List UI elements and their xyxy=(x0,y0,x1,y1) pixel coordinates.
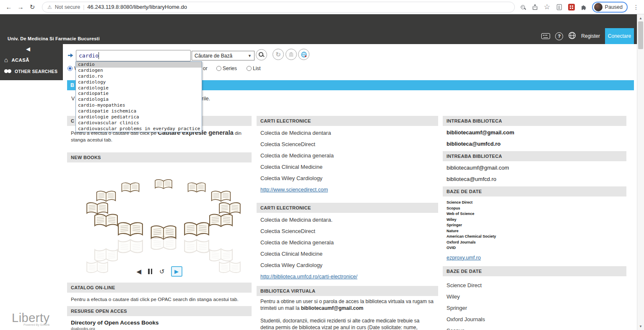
database-name: Oxford Journals xyxy=(447,240,626,246)
address-bar[interactable]: ⚠ Not secure | 46.243.119.8:8080/liberty… xyxy=(42,2,515,13)
browser-menu-icon[interactable]: ⋮ xyxy=(632,3,640,11)
bookmark-star-icon[interactable]: ☆ xyxy=(543,3,551,11)
security-label[interactable]: Not secure xyxy=(55,4,80,10)
carti-list-2: Colectia de Medicina dentara. Colectia S… xyxy=(257,213,438,272)
radio-list[interactable] xyxy=(247,66,252,71)
radio-author-label-fragment[interactable]: or xyxy=(203,65,208,71)
suggestion-item[interactable]: cardiogen xyxy=(76,68,202,73)
carousel-prev-button[interactable]: ◀ xyxy=(136,268,141,275)
sidebar: ◀ ⌂ ACASĂ OTHER SEARCHES xyxy=(0,44,63,80)
profile-chip[interactable]: Paused xyxy=(592,2,628,13)
list-item[interactable]: Colectia de Medicina dentara. xyxy=(257,214,438,225)
radio-words[interactable] xyxy=(68,66,73,71)
sidebar-item-label: OTHER SEARCHES xyxy=(15,69,57,74)
sciencedirect-link[interactable]: http://www.sciencedirect.com xyxy=(257,185,438,195)
globe-icon[interactable] xyxy=(568,31,576,41)
suggestion-item[interactable]: cardiovascular problems in everyday prac… xyxy=(76,126,202,132)
database-item[interactable]: Wiley xyxy=(443,291,626,302)
middle-column: CARTI ELECTRONICE Colectia de Medicina d… xyxy=(257,116,438,330)
sidebar-item-other-searches[interactable]: OTHER SEARCHES xyxy=(4,69,57,74)
open-access-link[interactable]: Directory of Open Access Books xyxy=(71,319,248,326)
search-suggestions: cardio cardiogen cardio.ro cardiology ca… xyxy=(75,61,202,132)
sidebar-collapse-icon[interactable]: ◀ xyxy=(26,46,30,52)
suggestion-item[interactable]: cardiopatie ischemica xyxy=(76,108,202,114)
list-item[interactable]: Colectia de Medicina generala xyxy=(257,237,438,248)
list-item[interactable]: Colectia Clinical Medicine xyxy=(257,161,438,173)
url-text[interactable]: 46.243.119.8:8080/liberty/libraryHome.do xyxy=(87,4,187,10)
suggestion-item[interactable]: cardio-myopathies xyxy=(76,102,202,108)
carti-electronice-link[interactable]: http://biblioteca.umfcd.ro/carti-electro… xyxy=(257,272,438,282)
section-header-baze-1: BAZE DE DATE xyxy=(443,186,626,196)
suggestion-item[interactable]: cardio.ro xyxy=(76,73,202,79)
database-item[interactable]: Oxford Journals xyxy=(443,314,626,325)
radio-series[interactable] xyxy=(216,66,221,71)
database-name: Web of Science xyxy=(447,211,626,217)
baze-list-1: Science Direct Scopus Web of Science Wil… xyxy=(443,196,626,251)
scrollbar-thumb[interactable] xyxy=(638,21,643,49)
zoom-icon[interactable] xyxy=(519,3,527,11)
scroll-up-icon[interactable]: ▲ xyxy=(637,15,644,21)
list-item[interactable]: Colectia ScienceDirect xyxy=(257,139,438,150)
suggestion-item[interactable]: cardiologia xyxy=(76,97,202,102)
open-access-entry: Directory of Open Access Books doabooks.… xyxy=(67,316,252,330)
database-item[interactable]: Science Direct xyxy=(443,280,626,291)
list-item[interactable]: Colectia Clinical Medicine xyxy=(257,248,438,259)
register-link[interactable]: Register xyxy=(581,33,600,39)
liberty-logo: Liberty Powered By Softlink xyxy=(12,312,50,326)
profile-chip-label: Paused xyxy=(605,4,623,10)
divider: | xyxy=(83,4,84,10)
radio-series-label[interactable]: Series xyxy=(223,65,237,71)
suggestion-item[interactable]: cardiologie pediatrica xyxy=(76,114,202,120)
intreaba-emails-2: bibliotecaumf@gmail.com biblioteca@umfcd… xyxy=(443,161,626,186)
library-catalog-button[interactable] xyxy=(286,49,297,60)
share-icon[interactable] xyxy=(531,3,539,11)
suggestion-item[interactable]: cardio xyxy=(76,62,202,68)
database-item[interactable]: Scopus xyxy=(443,325,626,330)
radio-list-label[interactable]: List xyxy=(253,65,261,71)
reading-list-icon[interactable] xyxy=(556,3,563,11)
extensions-puzzle-icon[interactable] xyxy=(580,3,587,11)
open-access-domain[interactable]: doabooks.org xyxy=(71,326,248,330)
help-icon[interactable]: ? xyxy=(555,32,563,40)
email-address: bibliotecaumf@gmail.com xyxy=(443,162,626,173)
email-address: bibliotecaumf@gmail.com xyxy=(443,127,626,138)
database-item[interactable]: Springer xyxy=(443,302,626,314)
carousel-pause-button[interactable] xyxy=(148,269,153,274)
back-button[interactable]: ← xyxy=(3,2,14,13)
sidebar-item-label: ACASĂ xyxy=(11,58,29,63)
search-icon xyxy=(259,52,263,57)
carti-list-1: Colectia de Medicina dentara Colectia Sc… xyxy=(257,126,438,185)
database-name: Nature xyxy=(447,228,626,234)
suggestion-item[interactable]: cardiopatie xyxy=(76,91,202,97)
suggestion-item[interactable]: cardiology xyxy=(76,79,202,85)
scroll-down-icon[interactable]: ▼ xyxy=(637,323,644,330)
suggestion-item[interactable]: cardiovascular clinics xyxy=(76,120,202,126)
keyboard-icon[interactable] xyxy=(541,33,550,39)
carousel-slideshow-button[interactable]: ↺ xyxy=(159,268,165,275)
database-name: Science Direct xyxy=(447,200,626,206)
list-item[interactable]: Colectia de Medicina dentara xyxy=(257,127,438,139)
search-button[interactable] xyxy=(256,49,267,60)
reset-search-button[interactable]: ↻ xyxy=(273,49,284,60)
binoculars-icon xyxy=(4,69,11,73)
ezproxy-link[interactable]: ezproxy.umf.ro xyxy=(443,251,626,261)
list-item[interactable]: Colectia ScienceDirect xyxy=(257,225,438,237)
conectare-button[interactable]: Conectare xyxy=(605,28,634,44)
suggestion-item[interactable]: cardiologie xyxy=(76,85,202,91)
web-search-button[interactable] xyxy=(298,49,309,60)
bank-icon xyxy=(288,51,294,58)
list-item[interactable]: Colectia de Medicina generala xyxy=(257,150,438,161)
email-address: biblioteca@umfcd.ro xyxy=(443,173,626,185)
reload-button[interactable]: ↻ xyxy=(27,2,38,13)
forward-button[interactable]: → xyxy=(15,2,26,13)
text-caret xyxy=(99,52,99,59)
page-scrollbar[interactable]: ▲ ▼ xyxy=(637,14,644,330)
extension-icon-red[interactable] xyxy=(568,3,575,11)
search-scope-select[interactable]: Căutare de Bază ▼ xyxy=(192,51,254,60)
catalog-text: Pentru a efectua o cautare dati click pe… xyxy=(67,293,252,306)
search-input[interactable] xyxy=(76,50,191,61)
sidebar-item-acasa[interactable]: ⌂ ACASĂ xyxy=(4,58,29,63)
list-item[interactable]: Colectia Wiley Cardiology xyxy=(257,259,438,271)
list-item[interactable]: Colectia Wiley Cardiology xyxy=(257,173,438,184)
carousel-play-button[interactable]: ▶ xyxy=(171,266,182,277)
